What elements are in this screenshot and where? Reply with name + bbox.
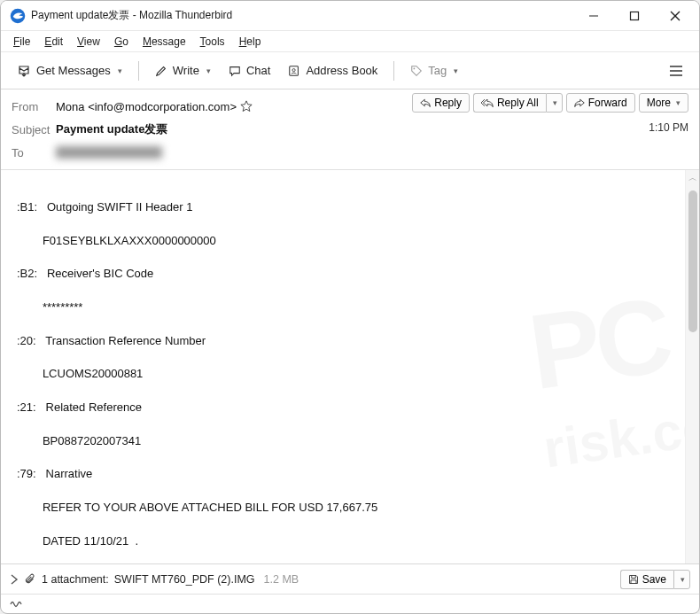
save-split-button: Save ▾ <box>620 570 690 589</box>
message-header: Reply Reply All ▾ Forward More ▾ From Mo… <box>1 89 699 170</box>
paperclip-icon <box>24 573 36 586</box>
header-action-buttons: Reply Reply All ▾ Forward More ▾ <box>412 93 688 113</box>
body-line: :21: Related Reference <box>17 400 683 416</box>
save-dropdown[interactable]: ▾ <box>673 570 690 589</box>
body-line: :79: Narrative <box>17 466 683 483</box>
chevron-down-icon: ▾ <box>681 575 685 584</box>
menubar: File Edit View Go Message Tools Help <box>1 31 699 52</box>
chevron-down-icon: ▾ <box>454 66 458 75</box>
attachment-bar: 1 attachment: SWIFT MT760_PDF (2).IMG 1.… <box>1 563 699 594</box>
more-label: More <box>647 97 671 109</box>
body-line: BP0887202007341 <box>17 433 683 450</box>
pencil-icon <box>155 65 167 77</box>
reply-button[interactable]: Reply <box>412 93 470 113</box>
chat-button[interactable]: Chat <box>222 60 277 81</box>
minimize-button[interactable] <box>573 3 614 29</box>
status-bar <box>1 594 699 613</box>
toolbar-separator <box>393 61 394 81</box>
menu-tools[interactable]: Tools <box>193 34 232 50</box>
body-line: :B1: Outgoing SWIFT II Header 1 <box>17 199 683 216</box>
hamburger-icon <box>669 65 683 77</box>
menu-view[interactable]: View <box>70 34 107 50</box>
maximize-button[interactable] <box>614 3 655 29</box>
reply-icon <box>420 98 431 107</box>
scrollbar-thumb[interactable] <box>688 190 697 332</box>
svg-rect-2 <box>631 12 639 19</box>
reply-all-dropdown[interactable]: ▾ <box>546 93 563 113</box>
star-icon[interactable] <box>240 100 253 113</box>
write-label: Write <box>173 64 199 77</box>
menu-go[interactable]: Go <box>107 34 136 50</box>
reply-all-icon <box>481 98 494 107</box>
attachment-filename[interactable]: SWIFT MT760_PDF (2).IMG <box>114 573 255 586</box>
save-label: Save <box>642 573 666 586</box>
message-body: PCrisk.com ︿ :B1: Outgoing SWIFT II Head… <box>1 170 699 563</box>
menu-help[interactable]: Help <box>232 34 268 50</box>
activity-indicator-icon <box>10 599 24 610</box>
get-messages-label: Get Messages <box>36 64 111 77</box>
attachment-size: 1.2 MB <box>264 573 299 586</box>
body-line: ********* <box>17 299 683 316</box>
body-line: :20: Transaction Reference Number <box>17 333 683 350</box>
tag-label: Tag <box>428 64 447 77</box>
forward-button[interactable]: Forward <box>566 93 635 113</box>
address-book-icon <box>288 65 300 77</box>
app-window: Payment update发票 - Mozilla Thunderbird F… <box>0 0 700 614</box>
tag-icon <box>410 65 423 77</box>
body-line: :B2: Receiver's BIC Code <box>17 266 683 283</box>
app-menu-button[interactable] <box>662 61 690 81</box>
chat-label: Chat <box>246 64 270 77</box>
chevron-down-icon: ▾ <box>206 66 211 75</box>
body-line: LCUOMS20000881 <box>17 366 683 383</box>
subject-label: Subject <box>12 123 56 136</box>
tag-button[interactable]: Tag ▾ <box>403 60 465 81</box>
thunderbird-icon <box>10 8 26 24</box>
reply-all-label: Reply All <box>497 97 539 109</box>
to-label: To <box>12 146 56 159</box>
toolbar-separator <box>138 61 139 81</box>
chevron-down-icon: ▾ <box>118 66 122 75</box>
from-label: From <box>12 100 56 113</box>
write-button[interactable]: Write ▾ <box>148 60 218 81</box>
get-messages-button[interactable]: Get Messages ▾ <box>10 60 129 82</box>
body-line: F01SEYBLKLXAXXX0000000000 <box>17 233 683 250</box>
body-line: REFER TO YOUR ABOVE ATTACHED BILL FOR US… <box>17 500 683 517</box>
save-icon <box>628 574 639 585</box>
download-icon <box>17 64 31 78</box>
message-time: 1:10 PM <box>649 121 688 134</box>
address-book-button[interactable]: Address Book <box>281 60 385 81</box>
close-button[interactable] <box>655 3 696 29</box>
vertical-scrollbar[interactable]: ︿ <box>685 170 699 563</box>
menu-message[interactable]: Message <box>136 34 193 50</box>
svg-rect-5 <box>290 66 299 75</box>
more-button[interactable]: More ▾ <box>639 93 688 113</box>
address-book-label: Address Book <box>306 64 377 77</box>
forward-label: Forward <box>588 97 627 109</box>
from-value: Mona <info@modcorporation.com> <box>56 100 237 113</box>
menu-edit[interactable]: Edit <box>37 34 70 50</box>
window-controls <box>573 3 696 29</box>
save-attachment-button[interactable]: Save <box>620 570 673 589</box>
reply-label: Reply <box>434 97 462 109</box>
forward-icon <box>574 98 585 107</box>
scroll-up-icon[interactable]: ︿ <box>688 170 697 187</box>
chevron-down-icon: ▾ <box>553 98 557 107</box>
reply-all-button[interactable]: Reply All <box>473 93 546 113</box>
svg-point-6 <box>292 68 295 71</box>
svg-point-7 <box>414 67 416 69</box>
toolbar: Get Messages ▾ Write ▾ Chat Address Book… <box>1 52 699 89</box>
attachment-expand-toggle[interactable] <box>10 574 19 585</box>
subject-value: Payment update发票 <box>56 121 167 137</box>
chat-icon <box>229 65 241 77</box>
window-title: Payment update发票 - Mozilla Thunderbird <box>31 8 573 23</box>
to-value-redacted <box>56 146 162 159</box>
titlebar: Payment update发票 - Mozilla Thunderbird <box>1 1 699 31</box>
menu-file[interactable]: File <box>6 34 37 50</box>
body-line: DATED 11/10/21 . <box>17 533 683 550</box>
reply-all-split-button: Reply All ▾ <box>473 93 563 113</box>
attachment-count: 1 attachment: <box>42 573 109 586</box>
chevron-down-icon: ▾ <box>676 98 681 107</box>
